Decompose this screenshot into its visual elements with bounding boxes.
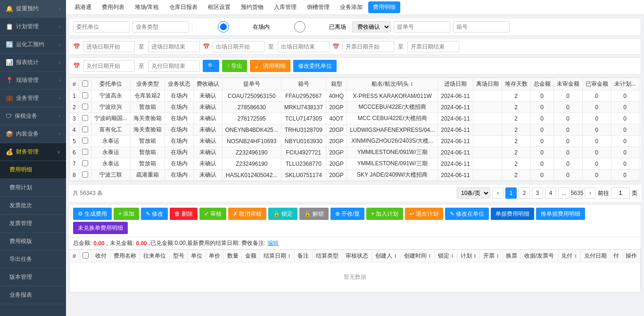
- exit-start-input[interactable]: [213, 41, 264, 52]
- table-row[interactable]: 1 宁波高永 仓库装箱2 在场内 未确认 COAU7250963150 FFAU…: [70, 90, 642, 102]
- table-row[interactable]: 7 永泰运 暂放箱 在场内 未确认 Z232496190 TLLU2368770…: [70, 158, 642, 170]
- topnav-rukulgl[interactable]: 入库管理: [269, 1, 301, 13]
- sidebar-item-invoice-mgmt[interactable]: 发票管理: [0, 215, 66, 233]
- sidebar-item-report[interactable]: 📊 报表统计 ›: [0, 54, 66, 72]
- row-checkbox[interactable]: [82, 126, 88, 132]
- sidebar-item-export-task[interactable]: 导出任务: [0, 251, 66, 268]
- cell-check[interactable]: [79, 147, 91, 158]
- cell-check[interactable]: [79, 124, 91, 136]
- cell-check[interactable]: [79, 102, 91, 113]
- sidebar-item-plan[interactable]: 📋 计划管理 ›: [0, 18, 66, 36]
- sidebar-item-fee-plan[interactable]: 费用计划: [0, 179, 66, 197]
- sidebar-item-business[interactable]: 💼 业务管理 ›: [0, 89, 66, 107]
- table-row[interactable]: 6 永泰运 暂放箱 在场内 未确认 Z232496190 FCIU4927721…: [70, 147, 642, 158]
- sidebar-item-transport[interactable]: 🔄 运化工预约 ›: [0, 36, 66, 54]
- cell-check[interactable]: [79, 170, 91, 181]
- modify-company-button[interactable]: 修改委托单位: [293, 60, 337, 72]
- page-2-btn[interactable]: 2: [519, 187, 530, 199]
- delete-button[interactable]: 🗑 删除: [170, 208, 198, 220]
- row-checkbox[interactable]: [82, 115, 88, 121]
- table-row[interactable]: 8 宁波三联 疏港重箱 在场内 未确认 HASLK012405042... SK…: [70, 170, 642, 181]
- topnav-yueyuehw[interactable]: 预约货物: [236, 1, 268, 13]
- table-row[interactable]: 3 宁波屿顺国... 海关查验箱 在场内 未确认 278172595 TCLU7…: [70, 113, 642, 124]
- page-last-btn[interactable]: 5635: [571, 187, 583, 199]
- topnav-peihuogl[interactable]: 倒槽管理: [302, 1, 334, 13]
- table-row[interactable]: 2 宁波欣兴 暂放箱 在场内 未确认 278586630 MRKU7438137…: [70, 102, 642, 113]
- prev-page-btn[interactable]: ‹: [492, 187, 504, 199]
- next-page-btn[interactable]: ›: [585, 187, 596, 199]
- cell-check[interactable]: [79, 113, 91, 124]
- table-row[interactable]: 5 永泰运 暂放箱 在场内 未确认 NOSNB24HF10693 NBYU016…: [70, 136, 642, 147]
- cell-check[interactable]: [79, 158, 91, 170]
- sidebar-item-inner[interactable]: 📦 内装业务 ›: [0, 125, 66, 143]
- biztype-input[interactable]: [132, 21, 189, 32]
- topnav-quankuoz[interactable]: 框区设置: [203, 1, 235, 13]
- modify-unit-button[interactable]: ✎ 修改在单位: [445, 208, 489, 220]
- cell-check[interactable]: [79, 90, 91, 102]
- page-1-btn[interactable]: 1: [505, 187, 517, 199]
- edit-link[interactable]: 编辑: [267, 239, 279, 247]
- exit-plan-button[interactable]: ↩ 退出计划: [405, 208, 443, 220]
- export-button[interactable]: ↑ 导出: [222, 60, 247, 72]
- page-3-btn[interactable]: 3: [532, 187, 543, 199]
- sidebar-item-fee-detail[interactable]: 费用明细: [0, 161, 66, 179]
- sidebar-item-finance[interactable]: 💰 财务管理 ∨: [0, 143, 66, 161]
- goto-input[interactable]: [611, 187, 630, 199]
- add-plan-button[interactable]: + 加入计划: [366, 208, 403, 220]
- cell-biztype: 海关查验箱: [130, 113, 165, 124]
- exit-end-input[interactable]: [278, 41, 330, 52]
- cancel-audit-button[interactable]: ✗ 取消审核: [228, 208, 266, 220]
- single-fee-button[interactable]: 单据费用明细: [491, 208, 534, 220]
- row-checkbox[interactable]: [82, 149, 88, 155]
- page-4-btn[interactable]: 4: [545, 187, 556, 199]
- topnav-yigangwang[interactable]: 易港通: [70, 1, 96, 13]
- add-button[interactable]: + 添加: [114, 208, 139, 220]
- search-button[interactable]: 🔍: [203, 60, 219, 72]
- radio-yilichang[interactable]: 已离场: [272, 21, 346, 32]
- table-row[interactable]: 4 富有化工 海关查验箱 在场内 未确认 ONEYNB4BDK425... TR…: [70, 124, 642, 136]
- sidebar-item-business-report[interactable]: 业务报表: [0, 286, 66, 304]
- enter-start-input[interactable]: [83, 41, 135, 52]
- generate-fee-button[interactable]: ⚙ 生成费用: [73, 208, 112, 220]
- audit-button[interactable]: ✓ 审核: [199, 208, 226, 220]
- unlock-button[interactable]: 🔓 解锁: [299, 208, 329, 220]
- boxnum-input[interactable]: [453, 21, 510, 32]
- open-start-input[interactable]: [342, 41, 394, 52]
- lock-label: 锁定: [281, 210, 293, 218]
- collection-select[interactable]: 费收确认: [352, 21, 391, 32]
- row-checkbox[interactable]: [82, 138, 88, 144]
- company-input[interactable]: [73, 21, 130, 32]
- bottom-select-all[interactable]: [83, 252, 89, 259]
- enter-end-input[interactable]: [148, 41, 200, 52]
- lock-button[interactable]: 🔒 锁定: [268, 208, 297, 220]
- radio-zaichang[interactable]: 在场内: [195, 21, 270, 32]
- pay-end-input[interactable]: [148, 60, 200, 72]
- sidebar-item-field[interactable]: 📍 现场管理 ›: [0, 72, 66, 89]
- open-end-input[interactable]: [407, 41, 459, 52]
- sidebar-item-insurance[interactable]: 🛡 保税业务 ›: [0, 107, 66, 125]
- sidebar-item-fee-template[interactable]: 费用模版: [0, 233, 66, 251]
- row-checkbox[interactable]: [82, 92, 88, 98]
- topnav-feiyongmx[interactable]: 费用明细: [368, 1, 400, 13]
- row-checkbox[interactable]: [82, 104, 88, 110]
- sidebar-item-version[interactable]: 版本管理: [0, 268, 66, 286]
- open-close-button[interactable]: ⊕ 开收/显: [330, 208, 364, 220]
- row-checkbox[interactable]: [82, 160, 88, 166]
- cell-check[interactable]: [79, 136, 91, 147]
- clear-button[interactable]: 🧹 清用明细: [250, 60, 290, 72]
- topnav-yemusj[interactable]: 业务添加: [335, 1, 367, 13]
- row-checkbox[interactable]: [82, 171, 88, 178]
- sidebar-item-reminder[interactable]: 🔔 提重预约 ›: [0, 0, 66, 18]
- sidebar-subitem-label: 发票管理: [9, 219, 60, 227]
- topnav-changkurb[interactable]: 仓库日报表: [165, 1, 202, 13]
- push-fee-button[interactable]: 推单据费用明细: [536, 208, 585, 220]
- select-all-checkbox[interactable]: [82, 81, 88, 87]
- uninvoice-fee-button[interactable]: 未兑换单费用明细: [73, 222, 128, 234]
- pay-start-input[interactable]: [83, 60, 135, 72]
- page-size-select[interactable]: 10条/页: [457, 187, 490, 199]
- topnav-feiyonglb[interactable]: 费用列表: [97, 1, 129, 13]
- modify-button[interactable]: ✎ 修改: [141, 208, 168, 220]
- topnav-changdiy[interactable]: 堆场/常租: [130, 1, 164, 13]
- sidebar-item-invoice-batch[interactable]: 发票批次: [0, 197, 66, 215]
- order-input[interactable]: [394, 21, 450, 32]
